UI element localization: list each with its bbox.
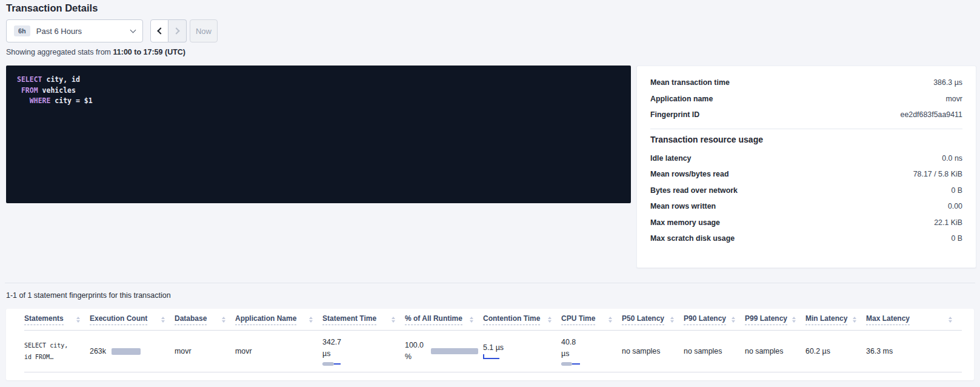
column-header-application-name[interactable]: Application Name	[235, 314, 322, 325]
column-header-execution-count[interactable]: Execution Count	[90, 314, 175, 325]
statements-table: StatementsExecution CountDatabaseApplica…	[6, 309, 974, 380]
sort-icon[interactable]	[470, 317, 473, 323]
detail-row: Max memory usage22.1 KiB	[650, 215, 962, 231]
stats-line-range: 11:00 to 17:59 (UTC)	[113, 48, 185, 56]
sort-icon[interactable]	[670, 317, 674, 323]
sort-icon[interactable]	[548, 317, 552, 323]
sql-code: SELECT city, id FROM vehicles WHERE city…	[17, 75, 620, 107]
cpu-time-bar	[561, 362, 580, 366]
time-range-label: Past 6 Hours	[36, 27, 82, 36]
section-divider	[5, 283, 975, 283]
column-header-p99-latency[interactable]: P99 Latency	[745, 314, 805, 325]
summary-rows: Mean transaction time386.3 µsApplication…	[650, 75, 962, 123]
prev-time-button[interactable]	[150, 19, 168, 42]
statement-time-bar	[322, 362, 341, 366]
statements-table-header: StatementsExecution CountDatabaseApplica…	[24, 309, 962, 331]
execution-count-cell: 263k	[90, 347, 175, 355]
pct-runtime-cell: 100.0 %	[405, 340, 483, 363]
transaction-details-panel: Mean transaction time386.3 µsApplication…	[636, 66, 976, 268]
table-row: SELECT city, id FROM… 263k movr movr 342…	[24, 331, 962, 372]
contention-time-bar	[483, 354, 499, 359]
detail-row: Mean rows written0.00	[650, 198, 962, 215]
stats-line-prefix: Showing aggregated stats from	[6, 48, 113, 56]
detail-row: Bytes read over network0 B	[650, 183, 962, 199]
max-latency-cell: 36.3 ms	[866, 347, 962, 355]
column-header-min-latency[interactable]: Min Latency	[805, 314, 866, 325]
transaction-details-page: Transaction Details 6h Past 6 Hours Now …	[0, 0, 980, 387]
now-button[interactable]: Now	[190, 19, 218, 42]
time-range-dropdown[interactable]: 6h Past 6 Hours	[6, 19, 143, 42]
execution-count-bar	[112, 348, 141, 355]
sql-statement-box: SELECT city, id FROM vehicles WHERE city…	[6, 66, 631, 203]
column-header-max-latency[interactable]: Max Latency	[866, 314, 962, 325]
database-cell: movr	[175, 347, 235, 355]
statement-link[interactable]: SELECT city, id FROM…	[24, 340, 90, 363]
p50-latency-cell: no samples	[622, 347, 684, 355]
sort-icon[interactable]	[608, 317, 612, 323]
sort-icon[interactable]	[161, 317, 165, 323]
cpu-time-cell: 40.8 µs	[561, 337, 622, 366]
page-title: Transaction Details	[6, 2, 98, 14]
min-latency-cell: 60.2 µs	[805, 347, 866, 355]
next-time-button[interactable]	[168, 19, 187, 42]
column-header-p50-latency[interactable]: P50 Latency	[622, 314, 684, 325]
sort-icon[interactable]	[853, 317, 856, 323]
chevron-right-icon	[173, 27, 179, 34]
chevron-down-icon	[130, 27, 136, 33]
detail-row: Mean rows/bytes read78.17 / 5.8 KiB	[650, 166, 962, 183]
column-header-p90-latency[interactable]: P90 Latency	[684, 314, 745, 325]
sort-icon[interactable]	[792, 317, 796, 323]
detail-row: Idle latency0.0 ns	[650, 150, 962, 167]
time-nav-group	[150, 19, 187, 42]
detail-row: Max scratch disk usage0 B	[650, 231, 962, 247]
detail-row: Application namemovr	[650, 91, 962, 107]
sort-icon[interactable]	[732, 317, 735, 323]
statements-table-caption: 1-1 of 1 statement fingerprints for this…	[6, 291, 171, 300]
sort-icon[interactable]	[309, 317, 313, 323]
chevron-left-icon	[157, 27, 164, 34]
column-header-cpu-time[interactable]: CPU Time	[561, 314, 622, 325]
column-header-statement-time[interactable]: Statement Time	[322, 314, 405, 325]
contention-time-cell: 5.1 µs	[483, 343, 561, 359]
pct-runtime-bar	[431, 348, 478, 354]
detail-row: Mean transaction time386.3 µs	[650, 75, 962, 91]
panel-divider	[650, 129, 962, 129]
resource-rows: Idle latency0.0 nsMean rows/bytes read78…	[650, 150, 962, 247]
statement-time-cell: 342.7 µs	[322, 337, 405, 366]
column-header-database[interactable]: Database	[175, 314, 235, 325]
detail-row: Fingerprint IDee2df683f5aa9411	[650, 107, 962, 123]
column-header-statements[interactable]: Statements	[24, 314, 90, 325]
p99-latency-cell: no samples	[745, 347, 805, 355]
resource-usage-title: Transaction resource usage	[650, 135, 962, 144]
column-header--of-all-runtime[interactable]: % of All Runtime	[405, 314, 483, 325]
application-name-cell: movr	[235, 347, 322, 355]
time-range-badge: 6h	[14, 25, 30, 36]
sort-icon[interactable]	[392, 317, 395, 323]
sort-icon[interactable]	[76, 317, 80, 323]
sort-icon[interactable]	[948, 317, 952, 323]
aggregated-stats-line: Showing aggregated stats from 11:00 to 1…	[6, 48, 185, 56]
p90-latency-cell: no samples	[684, 347, 745, 355]
column-header-contention-time[interactable]: Contention Time	[483, 314, 561, 325]
sort-icon[interactable]	[222, 317, 225, 323]
